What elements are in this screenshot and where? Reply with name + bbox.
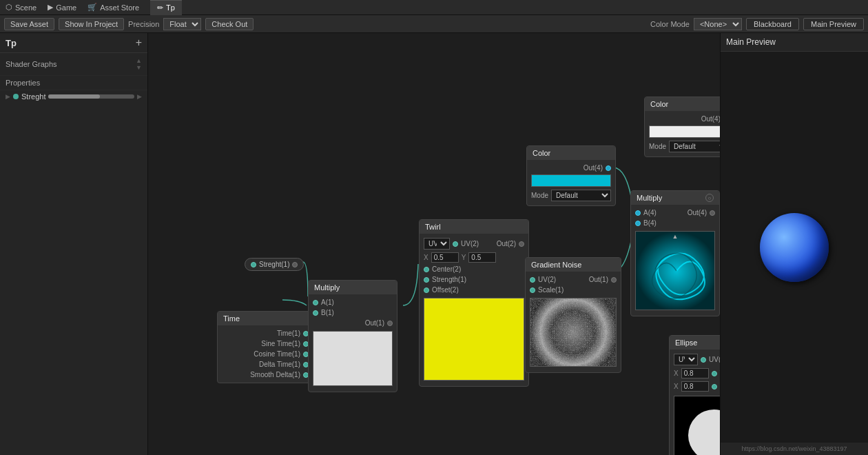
twirl-out-port[interactable] xyxy=(519,241,524,247)
shader-graphs-label: Shader Graphs xyxy=(6,60,57,68)
precision-select[interactable]: Float xyxy=(163,18,201,30)
color2-mode-row: Mode Default xyxy=(527,188,615,203)
color1-body: Out(4) Mode Default xyxy=(645,111,720,156)
multiply1-body: A(1) B(1) Out(1) xyxy=(309,294,397,392)
streght-out-port[interactable] xyxy=(292,262,298,267)
asset-store-label: Asset Store xyxy=(100,3,139,12)
ellipse-w-port[interactable] xyxy=(712,371,717,376)
scene-label: Scene xyxy=(15,3,37,12)
ellipse-height-input[interactable] xyxy=(681,381,709,392)
slider-track[interactable] xyxy=(48,94,134,99)
color1-out-row: Out(4) xyxy=(645,114,720,124)
mult2-out-port[interactable] xyxy=(710,210,715,216)
ellipse-header: Ellipse xyxy=(670,336,720,350)
gnoise-uv-port[interactable] xyxy=(530,277,535,283)
twirl-center-port[interactable] xyxy=(424,267,429,272)
gradient-noise-node: Gradient Noise UV(2) Out(1) Scale(1) xyxy=(525,257,621,373)
twirl-offset-row: Offset(2) xyxy=(420,285,528,295)
ellipse-h-port[interactable] xyxy=(712,384,717,390)
multiply1-node: Multiply A(1) B(1) Out(1) xyxy=(308,280,397,392)
gnoise-preview xyxy=(530,298,617,367)
item-expand-icon: ▶ xyxy=(137,93,142,100)
streght-item[interactable]: ▶ Streght ▶ xyxy=(0,90,147,103)
check-out-button[interactable]: Check Out xyxy=(205,18,254,30)
ellipse-title: Ellipse xyxy=(675,338,697,347)
twirl-uv-port[interactable] xyxy=(453,241,458,247)
mult1-b-port[interactable] xyxy=(313,310,318,316)
preview-sphere-container xyxy=(721,52,868,443)
twirl-x-input[interactable] xyxy=(431,252,459,263)
mult2-b-port[interactable] xyxy=(635,221,641,226)
twirl-offset-port[interactable] xyxy=(424,287,429,293)
color2-header: Color xyxy=(527,146,615,160)
twirl-uv-row: UV0 UV(2) Out(2) xyxy=(420,236,528,251)
mult2-a-port[interactable] xyxy=(635,210,641,216)
multiply1-preview xyxy=(313,331,393,386)
time-output-1: Time(1) xyxy=(218,328,313,338)
save-asset-button[interactable]: Save Asset xyxy=(4,18,54,30)
game-icon: ▶ xyxy=(48,3,53,12)
blackboard-button[interactable]: Blackboard xyxy=(746,18,799,30)
mult2-a-row: A(4) Out(4) xyxy=(631,208,719,218)
canvas-area[interactable]: Time Time(1) Sine Time(1) Cosine Time(1)… xyxy=(148,33,720,455)
twirl-xy-row: X Y xyxy=(420,251,528,264)
tp-tab[interactable]: ✏ Tp xyxy=(150,0,182,15)
preview-panel-header: Main Preview xyxy=(721,33,868,52)
slider-fill xyxy=(48,94,100,99)
color2-teal-preview xyxy=(531,174,611,187)
scroll-arrows: ▲ ▼ xyxy=(136,56,142,72)
item-dot xyxy=(13,94,19,99)
gradient-noise-body: UV(2) Out(1) Scale(1) xyxy=(526,272,621,372)
svg-rect-0 xyxy=(530,299,617,367)
twirl-y-input[interactable] xyxy=(468,252,496,263)
game-label: Game xyxy=(56,3,76,12)
time-output-5: Smooth Delta(1) xyxy=(218,370,313,380)
add-button[interactable]: + xyxy=(136,37,142,48)
time-output-4: Delta Time(1) xyxy=(218,359,313,370)
twirl-uv-select[interactable]: UV0 xyxy=(424,238,450,250)
top-menubar: ⬡ Scene ▶ Game 🛒 Asset Store ✏ Tp xyxy=(0,0,868,15)
ellipse-uv-select[interactable]: UV0 xyxy=(674,354,698,365)
color2-out-port[interactable] xyxy=(606,165,611,171)
color-mode-select[interactable]: <None> xyxy=(694,18,742,30)
scene-icon: ⬡ xyxy=(6,3,12,12)
color1-mode-row: Mode Default xyxy=(645,139,720,154)
panel-title: Tp xyxy=(6,38,17,48)
mult1-out-port[interactable] xyxy=(387,321,393,326)
twirl-yellow-preview xyxy=(424,298,524,381)
ellipse-uv-port[interactable] xyxy=(701,357,706,363)
time-title: Time xyxy=(223,314,240,323)
asset-store-menu[interactable]: 🛒 Asset Store xyxy=(87,3,139,12)
tab-label: Tp xyxy=(166,3,175,12)
preview-title: Main Preview xyxy=(726,37,776,47)
ellipse-circle xyxy=(688,410,721,455)
ellipse-width-input[interactable] xyxy=(681,368,709,378)
color2-title: Color xyxy=(533,149,550,157)
color1-header: Color xyxy=(645,97,720,111)
gnoise-out-port[interactable] xyxy=(611,277,617,283)
twirl-strength-row: Strength(1) xyxy=(420,274,528,285)
ellipse-height-row: X Height(1) xyxy=(670,380,720,393)
main-preview-button[interactable]: Main Preview xyxy=(803,18,864,30)
gradient-noise-header: Gradient Noise xyxy=(526,258,621,272)
multiply2-circle[interactable]: ○ xyxy=(705,194,714,202)
preview-sphere xyxy=(760,213,829,282)
show-in-project-button[interactable]: Show In Project xyxy=(59,18,124,30)
scene-menu[interactable]: ⬡ Scene xyxy=(6,3,37,12)
color1-mode-select[interactable]: Default xyxy=(669,141,720,152)
streght-label: Streght(1) xyxy=(259,261,289,268)
color2-mode-select[interactable]: Default xyxy=(551,190,611,201)
gnoise-scale-port[interactable] xyxy=(530,287,535,293)
streght-in-port[interactable] xyxy=(251,262,256,267)
multiply1-b-row: B(1) xyxy=(309,307,397,318)
mult1-a-port[interactable] xyxy=(313,300,318,305)
twirl-strength-port[interactable] xyxy=(424,277,429,283)
game-menu[interactable]: ▶ Game xyxy=(48,3,76,12)
time-node: Time Time(1) Sine Time(1) Cosine Time(1)… xyxy=(217,311,313,383)
streght-node[interactable]: Streght(1) xyxy=(245,258,304,271)
tp-icon: ✏ xyxy=(157,3,163,12)
multiply1-a-row: A(1) xyxy=(309,297,397,307)
multiply1-header: Multiply xyxy=(309,281,397,294)
gnoise-uv-row: UV(2) Out(1) xyxy=(526,274,621,285)
multiply1-out-row: Out(1) xyxy=(309,318,397,328)
